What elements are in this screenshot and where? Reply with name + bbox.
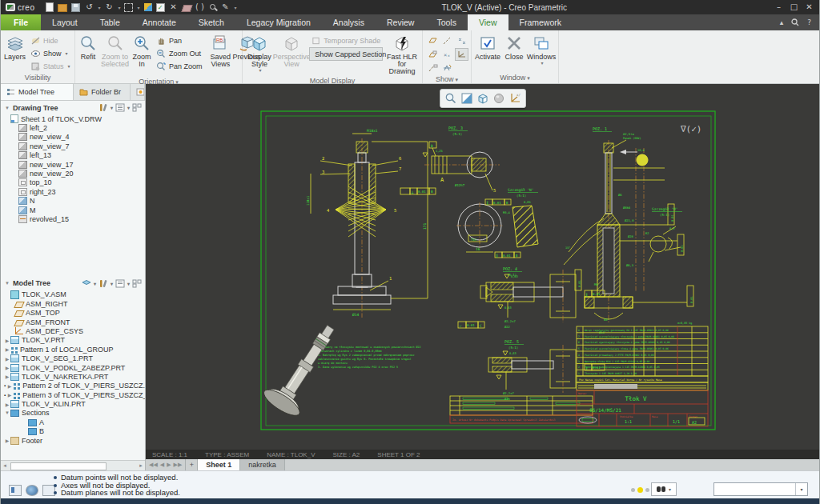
poz3-view[interactable]: POZ. 3 (5:1) B 1,25 A Ø12h7 bbox=[400, 126, 500, 194]
tab-annotate[interactable]: Annotate bbox=[131, 14, 187, 30]
zoom-to-selected-button[interactable]: Zoom to Selected bbox=[100, 32, 130, 69]
activate-button[interactable]: Activate bbox=[474, 32, 501, 62]
tree-show-icon[interactable] bbox=[82, 279, 91, 288]
minimize-button[interactable]: – bbox=[772, 2, 786, 13]
collapse-ribbon-icon[interactable]: ▴ bbox=[780, 18, 784, 26]
select-dropdown-icon[interactable]: ▾ bbox=[137, 5, 139, 10]
tree-item[interactable]: ▶Pattern 1 of LOCAL_GROUP bbox=[1, 345, 145, 354]
csys-display-icon[interactable]: x/ bbox=[508, 92, 521, 105]
zoom-in-button[interactable]: Zoom In bbox=[131, 32, 152, 69]
scroll-right-icon[interactable]: ▸ bbox=[137, 462, 145, 470]
tree-columns-dropdown-icon[interactable]: ▾ bbox=[127, 281, 130, 286]
saved-views-button[interactable]: RB Saved Views bbox=[210, 32, 232, 69]
tree-item[interactable]: ▶Pattern 2 of TLOK_V_PIERS_USZCZ.PRT bbox=[1, 382, 145, 390]
close-window-button[interactable]: Close bbox=[503, 32, 525, 62]
tree-item[interactable]: ▶Footer bbox=[1, 436, 145, 445]
expand-icon[interactable]: ▶ bbox=[6, 392, 13, 398]
scrollbar-thumb[interactable] bbox=[10, 462, 107, 470]
select-box-icon[interactable] bbox=[124, 3, 133, 12]
tree-filters-icon[interactable] bbox=[98, 279, 108, 288]
style-icon[interactable]: ✎ bbox=[221, 2, 231, 12]
tree-filters-dropdown-icon[interactable]: ▾ bbox=[111, 105, 113, 110]
expand-icon[interactable]: ▶ bbox=[4, 338, 10, 343]
tree-item[interactable]: ▶TLOK_V_PODKL_ZABEZP.PRT bbox=[1, 363, 145, 372]
plane-tag-icon[interactable] bbox=[426, 48, 440, 61]
tree-item[interactable]: A bbox=[1, 418, 145, 426]
go-first-icon[interactable]: ◀◀ bbox=[149, 462, 158, 468]
tree-item[interactable]: ASM_FRONT bbox=[1, 318, 145, 326]
close-button[interactable]: ✕ bbox=[802, 2, 816, 13]
expand-icon[interactable]: ▶ bbox=[4, 346, 10, 352]
detail-m-view[interactable]: Szczegół 'M' (5:1) R2 0,3 bbox=[645, 207, 682, 262]
tab-folder-browser[interactable]: Folder Br bbox=[74, 84, 131, 100]
go-prev-icon[interactable]: ◀ bbox=[160, 462, 164, 468]
pan-zoom-button[interactable]: Pan Zoom bbox=[154, 60, 205, 72]
tree-item[interactable]: left_13 bbox=[1, 151, 145, 160]
fast-hlr-button[interactable]: Fast HLR for Drawing bbox=[384, 32, 420, 76]
find-icon[interactable] bbox=[209, 3, 217, 11]
maximize-button[interactable]: □ bbox=[787, 2, 801, 13]
tab-framework[interactable]: Framework bbox=[508, 14, 573, 30]
layers-button[interactable]: Layers bbox=[3, 32, 26, 62]
tree-columns-icon[interactable] bbox=[115, 279, 125, 288]
search-dropdown-icon[interactable]: ▾ bbox=[669, 486, 671, 492]
point-display-icon[interactable] bbox=[455, 34, 468, 47]
search-binoculars-button[interactable]: ▾ bbox=[651, 482, 677, 496]
tree-filters-dropdown-icon[interactable]: ▾ bbox=[111, 281, 113, 286]
expand-icon[interactable]: ▶ bbox=[4, 438, 10, 443]
tree-item[interactable]: B bbox=[1, 427, 145, 436]
zoom-icon[interactable] bbox=[444, 92, 457, 105]
axis-tag-icon[interactable] bbox=[426, 62, 440, 74]
model-tree-collapse-icon[interactable]: ▼ bbox=[4, 281, 10, 286]
tree-item[interactable]: N bbox=[1, 197, 145, 206]
display-style-button[interactable]: Display Style bbox=[245, 32, 274, 74]
perspective-view-button[interactable]: Perspective View bbox=[275, 32, 308, 69]
new-sheet-button[interactable]: + bbox=[185, 459, 198, 470]
spin-center-icon[interactable] bbox=[440, 62, 454, 74]
tree-settings-icon[interactable] bbox=[132, 279, 142, 288]
combo-dropdown-icon[interactable]: ▾ bbox=[795, 483, 807, 495]
window-group-label[interactable]: Window bbox=[472, 73, 558, 83]
redo-icon[interactable]: ↻ bbox=[104, 2, 114, 12]
tree-item[interactable]: ▶TLOK_V_KLIN.PRT bbox=[1, 399, 145, 408]
pan-button[interactable]: Pan bbox=[154, 34, 205, 46]
braces-icon[interactable]: ( ) bbox=[195, 2, 205, 12]
tree-filters-icon[interactable] bbox=[98, 103, 108, 112]
search-filter-combobox[interactable]: ▾ bbox=[713, 482, 808, 496]
tree-item[interactable]: new_view_7 bbox=[1, 142, 145, 150]
save-icon[interactable] bbox=[71, 3, 80, 12]
verify-icon[interactable]: ✓ bbox=[156, 3, 165, 12]
tab-view[interactable]: View bbox=[468, 14, 508, 30]
search-icon[interactable] bbox=[791, 18, 799, 26]
go-next-icon[interactable]: ▶ bbox=[167, 462, 171, 468]
expand-icon[interactable]: ▶ bbox=[4, 356, 10, 362]
tab-review[interactable]: Review bbox=[376, 14, 425, 30]
tree-item[interactable]: new_view_17 bbox=[1, 160, 145, 169]
tree-item[interactable]: M bbox=[1, 206, 145, 214]
tab-tools[interactable]: Tools bbox=[425, 14, 468, 30]
undo-dropdown-icon[interactable]: ▾ bbox=[98, 5, 100, 10]
tree-settings-icon[interactable] bbox=[132, 103, 142, 112]
poz1-view[interactable]: POZ. 1 A2,5+a Pasek (SDW) 10,4 bbox=[564, 126, 693, 334]
hide-button[interactable]: Hide bbox=[28, 34, 73, 46]
axis-display-icon[interactable] bbox=[440, 34, 454, 47]
tree-horizontal-scrollbar[interactable]: ◂ ▸ bbox=[1, 460, 145, 470]
tree-item[interactable]: Sheet 1 of TLOK_V.DRW bbox=[1, 114, 145, 123]
tab-analysis[interactable]: Analysis bbox=[322, 14, 376, 30]
expand-icon[interactable]: ▶ bbox=[4, 365, 10, 370]
show-capped-section-button[interactable]: Show Capped Section bbox=[309, 47, 383, 61]
tree-item[interactable]: left_2 bbox=[1, 123, 145, 132]
tree-item[interactable]: top_10 bbox=[1, 178, 145, 187]
help-icon[interactable]: ? bbox=[807, 18, 811, 26]
windows-button[interactable]: Windows bbox=[527, 32, 556, 66]
plane-display-icon[interactable] bbox=[426, 34, 440, 47]
tab-model-tree[interactable]: Model Tree bbox=[1, 84, 74, 100]
scroll-left-icon[interactable]: ◂ bbox=[1, 462, 9, 470]
web-browser-icon[interactable] bbox=[26, 485, 38, 496]
collapse-icon[interactable]: ▼ bbox=[4, 410, 10, 415]
expand-icon[interactable]: ▶ bbox=[6, 383, 13, 389]
close-window-icon[interactable]: ✕ bbox=[169, 2, 179, 12]
tree-item[interactable]: ▶Pattern 3 of TLOK_V_PIERS_USZCZ_ZGAR. bbox=[1, 390, 145, 399]
expand-icon[interactable]: ▶ bbox=[4, 374, 10, 379]
tree-columns-icon[interactable] bbox=[115, 103, 125, 112]
